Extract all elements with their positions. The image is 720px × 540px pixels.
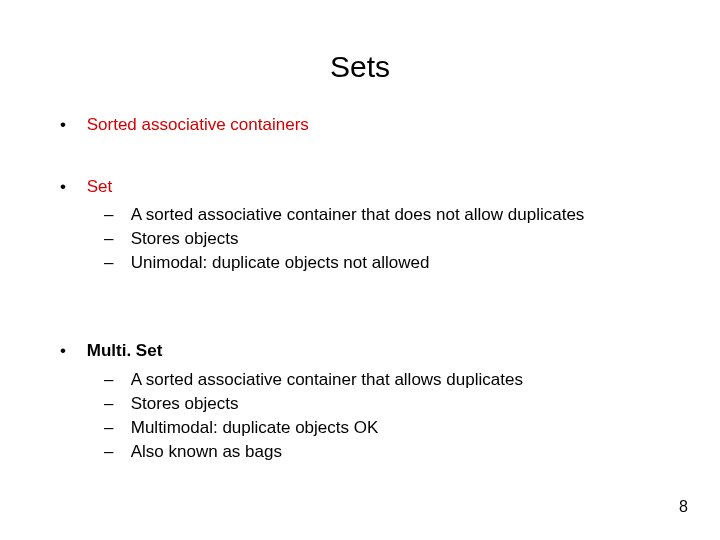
sub-bullet-text: Also known as bags bbox=[131, 441, 282, 463]
slide-content: • Sorted associative containers • Set – … bbox=[40, 114, 680, 463]
sub-bullet: – A sorted associative container that al… bbox=[104, 369, 680, 391]
sub-bullet: – Stores objects bbox=[104, 228, 680, 250]
sub-bullet-text: Unimodal: duplicate objects not allowed bbox=[131, 252, 430, 274]
dash-icon: – bbox=[104, 228, 126, 250]
sub-bullet-text: A sorted associative container that does… bbox=[131, 204, 585, 226]
dash-icon: – bbox=[104, 393, 126, 415]
bullet-dot-icon: • bbox=[60, 176, 82, 198]
sub-bullet-text: Stores objects bbox=[131, 228, 239, 250]
bullet-label: Set bbox=[87, 176, 113, 198]
page-number: 8 bbox=[679, 498, 688, 516]
dash-icon: – bbox=[104, 204, 126, 226]
dash-icon: – bbox=[104, 417, 126, 439]
sub-bullet-text: A sorted associative container that allo… bbox=[131, 369, 523, 391]
sub-bullet: – A sorted associative container that do… bbox=[104, 204, 680, 226]
bullet-label: Sorted associative containers bbox=[87, 114, 309, 136]
dash-icon: – bbox=[104, 441, 126, 463]
bullet-dot-icon: • bbox=[60, 340, 82, 362]
slide: Sets • Sorted associative containers • S… bbox=[0, 0, 720, 540]
dash-icon: – bbox=[104, 369, 126, 391]
bullet-sorted-associative: • Sorted associative containers bbox=[60, 114, 680, 136]
bullet-label: Multi. Set bbox=[87, 340, 163, 362]
sub-bullet: – Multimodal: duplicate objects OK bbox=[104, 417, 680, 439]
bullet-multiset: • Multi. Set bbox=[60, 340, 680, 362]
slide-title: Sets bbox=[40, 50, 680, 84]
sub-bullet: – Stores objects bbox=[104, 393, 680, 415]
sub-bullet-text: Stores objects bbox=[131, 393, 239, 415]
spacer bbox=[40, 276, 680, 340]
sub-bullet-text: Multimodal: duplicate objects OK bbox=[131, 417, 379, 439]
sub-bullet: – Unimodal: duplicate objects not allowe… bbox=[104, 252, 680, 274]
bullet-set: • Set bbox=[60, 176, 680, 198]
dash-icon: – bbox=[104, 252, 126, 274]
bullet-dot-icon: • bbox=[60, 114, 82, 136]
sub-bullet: – Also known as bags bbox=[104, 441, 680, 463]
spacer bbox=[40, 142, 680, 176]
